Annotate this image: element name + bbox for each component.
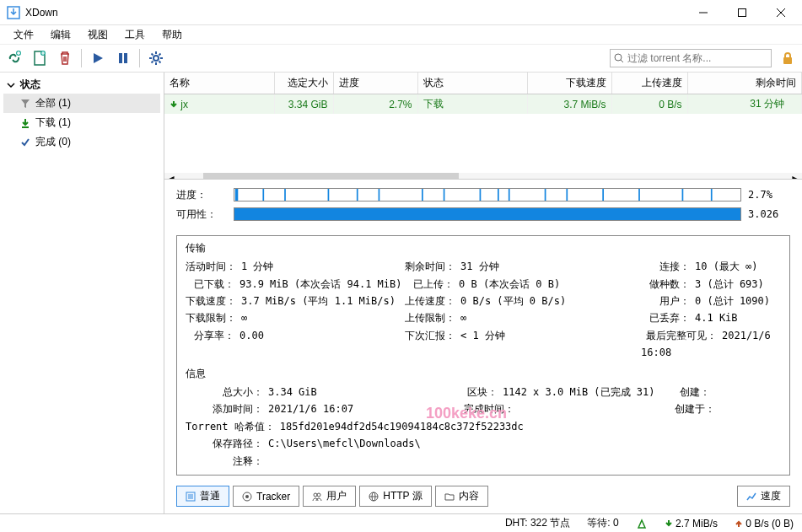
app-icon bbox=[7, 6, 20, 19]
sidebar: 状态 全部 (1) 下载 (1) 完成 (0) bbox=[0, 73, 164, 513]
table-row[interactable]: jx 3.34 GiB 2.7% 下载 3.7 MiB/s 0 B/s 31 分… bbox=[164, 94, 802, 115]
progress-bar bbox=[234, 188, 741, 202]
col-progress[interactable]: 进度 bbox=[333, 73, 417, 94]
sidebar-header[interactable]: 状态 bbox=[3, 76, 160, 94]
svg-point-36 bbox=[314, 493, 317, 497]
filter-icon bbox=[20, 99, 30, 109]
menu-tools[interactable]: 工具 bbox=[116, 25, 153, 44]
svg-line-11 bbox=[621, 60, 623, 62]
torrent-grid: 名称 选定大小 进度 状态 下载速度 上传速度 剩余时间 jx 3.34 GiB… bbox=[164, 73, 802, 180]
maximize-button[interactable] bbox=[723, 0, 762, 25]
tab-peers[interactable]: 用户 bbox=[303, 486, 356, 507]
grid-header-row: 名称 选定大小 进度 状态 下载速度 上传速度 剩余时间 bbox=[164, 73, 802, 94]
svg-point-35 bbox=[245, 495, 249, 498]
col-name[interactable]: 名称 bbox=[164, 73, 274, 94]
transfer-header: 传输 bbox=[186, 239, 781, 256]
window-title: XDown bbox=[25, 7, 684, 19]
info-header: 信息 bbox=[186, 365, 781, 382]
main: 名称 选定大小 进度 状态 下载速度 上传速度 剩余时间 jx 3.34 GiB… bbox=[164, 73, 802, 513]
availability-label: 可用性： bbox=[176, 207, 227, 222]
col-eta[interactable]: 剩余时间 bbox=[687, 73, 802, 94]
filter-box[interactable] bbox=[610, 49, 772, 67]
tab-tracker[interactable]: Tracker bbox=[233, 486, 299, 507]
search-icon bbox=[614, 53, 624, 63]
menubar: 文件 编辑 视图 工具 帮助 bbox=[0, 25, 802, 44]
svg-point-37 bbox=[317, 493, 320, 497]
svg-point-10 bbox=[615, 54, 622, 61]
info-panel: 传输 活动时间：1 分钟 剩余时间：31 分钟 连接：10 (最大 ∞) 已下载… bbox=[176, 235, 790, 476]
detail-tabs: 普通 Tracker 用户 HTTP 源 内容 速度 bbox=[164, 482, 802, 513]
chevron-down-icon bbox=[7, 81, 15, 89]
pause-button[interactable] bbox=[114, 49, 132, 67]
close-button[interactable] bbox=[762, 0, 800, 25]
col-size[interactable]: 选定大小 bbox=[274, 73, 333, 94]
download-icon bbox=[20, 118, 30, 128]
status-dl: 2.7 MiB/s bbox=[665, 518, 718, 529]
tab-general[interactable]: 普通 bbox=[176, 486, 229, 507]
tab-speed[interactable]: 速度 bbox=[737, 486, 790, 507]
chart-icon bbox=[746, 492, 756, 502]
availability-value: 3.026 bbox=[748, 208, 790, 220]
settings-button[interactable] bbox=[147, 49, 165, 67]
svg-rect-8 bbox=[124, 53, 127, 63]
sidebar-item-all[interactable]: 全部 (1) bbox=[3, 94, 160, 113]
add-file-button[interactable] bbox=[30, 49, 49, 67]
status-wait: 等待: 0 bbox=[587, 516, 618, 530]
add-link-button[interactable] bbox=[5, 49, 24, 67]
svg-rect-2 bbox=[739, 8, 746, 16]
delete-button[interactable] bbox=[56, 49, 74, 67]
download-icon bbox=[170, 100, 178, 109]
status-ul: 0 B/s (0 B) bbox=[735, 518, 794, 529]
sidebar-item-completed[interactable]: 完成 (0) bbox=[3, 132, 160, 152]
tab-http[interactable]: HTTP 源 bbox=[359, 486, 431, 507]
globe-icon bbox=[369, 492, 379, 502]
col-upspeed[interactable]: 上传速度 bbox=[611, 73, 687, 94]
status-dht: DHT: 322 节点 bbox=[505, 516, 570, 530]
tracker-icon bbox=[242, 492, 252, 502]
statusbar: DHT: 322 节点 等待: 0 2.7 MiB/s 0 B/s (0 B) bbox=[0, 513, 802, 532]
menu-file[interactable]: 文件 bbox=[5, 25, 42, 44]
svg-rect-12 bbox=[783, 57, 792, 64]
tab-content[interactable]: 内容 bbox=[435, 486, 488, 507]
filter-input[interactable] bbox=[627, 52, 767, 64]
menu-edit[interactable]: 编辑 bbox=[42, 25, 79, 44]
users-icon bbox=[312, 492, 322, 502]
progress-value: 2.7% bbox=[748, 189, 790, 201]
grid-scrollbar[interactable]: ◄► bbox=[164, 173, 802, 180]
titlebar: XDown bbox=[0, 0, 802, 25]
sidebar-item-downloading[interactable]: 下载 (1) bbox=[3, 113, 160, 132]
folder-icon bbox=[444, 492, 455, 502]
minimize-button[interactable] bbox=[684, 0, 723, 25]
col-dlspeed[interactable]: 下载速度 bbox=[527, 73, 611, 94]
progress-label: 进度： bbox=[176, 188, 227, 202]
toolbar bbox=[0, 44, 802, 73]
svg-point-9 bbox=[153, 56, 159, 61]
status-net-icon bbox=[636, 519, 648, 529]
col-status[interactable]: 状态 bbox=[417, 73, 527, 94]
lock-button[interactable] bbox=[778, 49, 797, 67]
start-button[interactable] bbox=[89, 49, 107, 67]
menu-view[interactable]: 视图 bbox=[79, 25, 116, 44]
availability-bar bbox=[234, 207, 741, 221]
check-icon bbox=[20, 137, 30, 148]
menu-help[interactable]: 帮助 bbox=[153, 25, 191, 44]
progress-panel: 进度： bbox=[164, 180, 802, 232]
svg-rect-7 bbox=[119, 53, 122, 63]
info-icon bbox=[186, 492, 196, 502]
